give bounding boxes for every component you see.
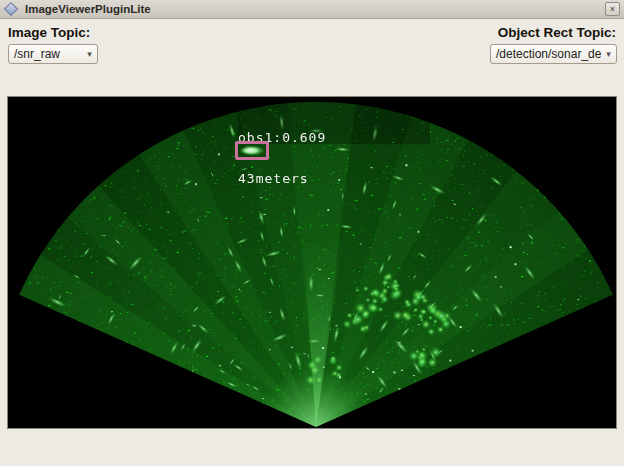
detection-bounding-box <box>235 141 269 160</box>
image-topic-label: Image Topic: <box>8 25 90 40</box>
object-rect-topic-selected-value: /detection/sonar_del <box>491 47 601 61</box>
image-topic-select[interactable]: /snr_raw ▾ <box>8 44 98 64</box>
close-icon: × <box>610 5 615 14</box>
chevron-down-icon: ▾ <box>601 49 616 59</box>
window-title: ImageViewerPluginLite <box>25 3 151 15</box>
close-button[interactable]: × <box>605 2 620 16</box>
image-topic-selected-value: /snr_raw <box>9 47 82 61</box>
chevron-down-icon: ▾ <box>82 49 97 59</box>
plugin-diamond-icon <box>4 2 18 16</box>
detection-annotation-line2: 43meters <box>238 172 326 186</box>
object-rect-topic-select[interactable]: /detection/sonar_del ▾ <box>490 44 617 64</box>
title-bar[interactable]: ImageViewerPluginLite × <box>0 0 624 19</box>
image-viewer-plugin-window: ImageViewerPluginLite × Image Topic: /sn… <box>0 0 624 466</box>
sonar-image-view: obs1:0.609 43meters <box>8 97 616 428</box>
object-rect-topic-label: Object Rect Topic: <box>498 25 616 40</box>
